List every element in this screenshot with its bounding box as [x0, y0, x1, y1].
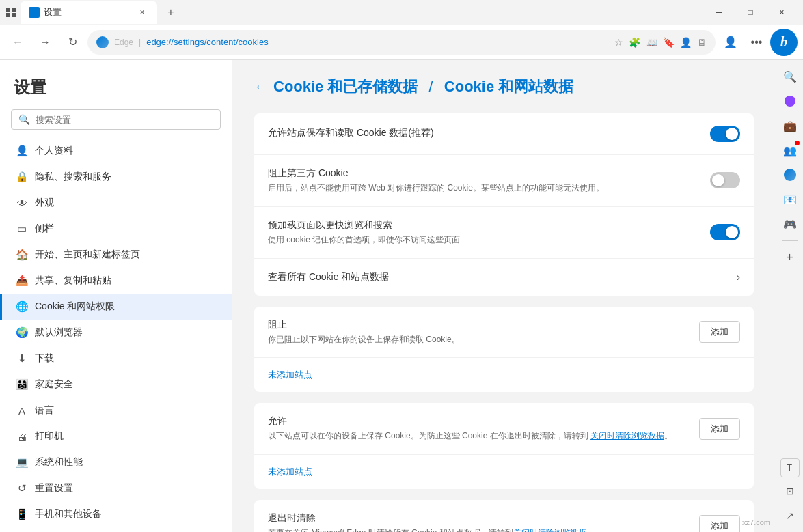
- titlebar: 设置 × + ─ □ ×: [0, 0, 803, 25]
- allow-section-title: 允许: [268, 415, 699, 428]
- rs-pip-btn[interactable]: ⊡: [779, 480, 801, 502]
- sidebar-item-1[interactable]: 🔒隐私、搜索和服务: [0, 164, 232, 190]
- rs-separator: [782, 240, 798, 241]
- nav-label-10: 语言: [35, 404, 54, 417]
- allow-cookies-toggle[interactable]: [710, 126, 740, 142]
- sidebar-item-12[interactable]: 💻系统和性能: [0, 449, 232, 475]
- toolbar: ← → ↻ Edge | ☆ 🧩 📖 🔖 👤 🖥 👤 ••• b: [0, 25, 803, 60]
- nav-icon-5: 📤: [16, 275, 28, 287]
- sidebar-item-8[interactable]: ⬇下载: [0, 346, 232, 372]
- block-third-party-track: [710, 172, 740, 188]
- right-sidebar: 🔍 💼 👥 📧 🎮 + T ⊡ ↗: [776, 60, 803, 532]
- back-btn[interactable]: ←: [5, 30, 30, 55]
- breadcrumb-current: Cookie 和网站数据: [444, 76, 573, 97]
- preload-title: 预加载页面以更快浏览和搜索: [268, 219, 710, 232]
- window-controls: ─ □ ×: [703, 1, 798, 23]
- sidebar-item-15[interactable]: ♿辅助功能: [0, 527, 232, 532]
- block-section-info: 阻止 你已阻止以下网站在你的设备上保存和读取 Cookie。: [268, 319, 699, 346]
- bing-label: b: [780, 34, 787, 50]
- breadcrumb-back-btn[interactable]: ←: [254, 80, 267, 94]
- extension-icon[interactable]: 🧩: [629, 37, 640, 48]
- active-tab[interactable]: 设置 ×: [21, 1, 157, 24]
- clear-section-card: 退出时清除 若要在关闭 Microsoft Edge 时清除所有 Cookie …: [254, 500, 754, 532]
- allow-add-btn[interactable]: 添加: [699, 418, 740, 440]
- block-section-card: 阻止 你已阻止以下网站在你的设备上保存和读取 Cookie。 添加 未添加站点: [254, 307, 754, 393]
- block-empty-label: 未添加站点: [254, 358, 754, 392]
- sidebar-item-2[interactable]: 👁外观: [0, 190, 232, 216]
- address-bar[interactable]: Edge | ☆ 🧩 📖 🔖 👤 🖥: [87, 30, 716, 55]
- sidebar-item-7[interactable]: 🌍默认浏览器: [0, 320, 232, 346]
- block-third-party-title: 阻止第三方 Cookie: [268, 167, 710, 180]
- search-input[interactable]: [36, 115, 213, 125]
- sidebar-item-9[interactable]: 👨‍👩‍👧家庭安全: [0, 372, 232, 397]
- nav-icon-13: ↺: [16, 482, 28, 494]
- nav-icon-1: 🔒: [16, 171, 28, 183]
- rs-external-btn[interactable]: ↗: [779, 505, 801, 527]
- toolbar-actions: 👤 ••• b: [718, 29, 798, 56]
- clear-section-desc: 若要在关闭 Microsoft Edge 时清除所有 Cookie 和站点数据，…: [268, 527, 699, 532]
- nav-icon-8: ⬇: [16, 352, 28, 365]
- profile-btn[interactable]: 👤: [718, 30, 743, 55]
- preload-track: [710, 224, 740, 240]
- bing-btn[interactable]: b: [770, 29, 798, 56]
- nav-label-12: 系统和性能: [35, 456, 83, 468]
- sidebar-item-5[interactable]: 📤共享、复制和粘贴: [0, 268, 232, 294]
- allow-section-info: 允许 以下站点可以在你的设备上保存 Cookie。为防止这些 Cookie 在你…: [268, 415, 699, 442]
- nav-label-1: 隐私、搜索和服务: [35, 171, 111, 183]
- sidebar-item-0[interactable]: 👤个人资料: [0, 138, 232, 164]
- sidebar-item-13[interactable]: ↺重置设置: [0, 475, 232, 501]
- rs-outlook-btn[interactable]: 📧: [779, 188, 801, 210]
- view-all-cookies-row[interactable]: 查看所有 Cookie 和站点数据 ›: [254, 259, 754, 296]
- nav-label-11: 打印机: [35, 430, 64, 443]
- sidebar-item-4[interactable]: 🏠开始、主页和新建标签页: [0, 242, 232, 268]
- nav-icon-0: 👤: [16, 145, 28, 157]
- preload-toggle[interactable]: [710, 224, 740, 240]
- rs-edge-btn[interactable]: [779, 164, 801, 186]
- sidebar-icon[interactable]: 🖥: [697, 37, 707, 48]
- breadcrumb-parent: Cookie 和已存储数据: [273, 76, 418, 97]
- collections-icon[interactable]: 🔖: [663, 37, 675, 48]
- allow-section-desc: 以下站点可以在你的设备上保存 Cookie。为防止这些 Cookie 在你退出时…: [268, 430, 699, 442]
- refresh-btn[interactable]: ↻: [60, 30, 85, 55]
- svg-rect-2: [6, 13, 10, 17]
- close-btn[interactable]: ×: [766, 1, 798, 23]
- sidebar-item-3[interactable]: ▭侧栏: [0, 216, 232, 242]
- address-input[interactable]: [146, 37, 609, 47]
- rs-gem-btn[interactable]: [779, 90, 801, 112]
- rs-search-btn[interactable]: 🔍: [779, 66, 801, 87]
- chevron-right-icon: ›: [737, 271, 740, 283]
- block-third-party-desc: 启用后，站点不能使用可跨 Web 对你进行跟踪的 Cookie。某些站点上的功能…: [268, 182, 710, 194]
- block-section-title: 阻止: [268, 319, 699, 331]
- sidebar-item-14[interactable]: 📱手机和其他设备: [0, 501, 232, 527]
- tab-close-btn[interactable]: ×: [135, 5, 149, 19]
- clear-add-btn[interactable]: 添加: [699, 515, 740, 532]
- rs-game-btn[interactable]: 🎮: [779, 213, 801, 235]
- clear-link[interactable]: 关闭时清除浏览数据: [513, 528, 587, 532]
- allow-clear-link[interactable]: 关闭时清除浏览数据: [590, 431, 664, 440]
- rs-briefcase-btn[interactable]: 💼: [779, 115, 801, 137]
- more-btn[interactable]: •••: [744, 30, 769, 55]
- block-add-btn[interactable]: 添加: [699, 321, 740, 343]
- rs-add-btn[interactable]: +: [779, 247, 801, 268]
- nav-label-7: 默认浏览器: [35, 326, 83, 339]
- block-third-party-toggle[interactable]: [710, 172, 740, 188]
- main: 设置 🔍 👤个人资料🔒隐私、搜索和服务👁外观▭侧栏🏠开始、主页和新建标签页📤共享…: [0, 60, 803, 532]
- favorites-icon[interactable]: ☆: [614, 37, 623, 48]
- share-icon[interactable]: 👤: [680, 37, 692, 48]
- sidebar-item-11[interactable]: 🖨打印机: [0, 423, 232, 449]
- minimize-btn[interactable]: ─: [703, 1, 735, 23]
- rs-translate-btn[interactable]: T: [780, 458, 800, 477]
- rs-people-btn[interactable]: 👥: [779, 139, 801, 161]
- sidebar-item-6[interactable]: 🌐Cookie 和网站权限: [0, 294, 232, 320]
- reading-icon[interactable]: 📖: [646, 37, 657, 48]
- allow-cookies-row: 允许站点保存和读取 Cookie 数据(推荐): [254, 113, 754, 155]
- forward-btn[interactable]: →: [33, 30, 57, 55]
- new-tab-btn[interactable]: +: [161, 3, 180, 22]
- sidebar-item-10[interactable]: A语言: [0, 397, 232, 423]
- search-box[interactable]: 🔍: [11, 109, 221, 130]
- svg-point-4: [785, 96, 795, 107]
- restore-btn[interactable]: □: [735, 1, 766, 23]
- block-section-header: 阻止 你已阻止以下网站在你的设备上保存和读取 Cookie。 添加: [254, 307, 754, 359]
- settings-content: ← Cookie 和已存储数据 / Cookie 和网站数据 允许站点保存和读取…: [232, 60, 776, 532]
- preload-info: 预加载页面以更快浏览和搜索 使用 cookie 记住你的首选项，即使你不访问这些…: [268, 219, 710, 246]
